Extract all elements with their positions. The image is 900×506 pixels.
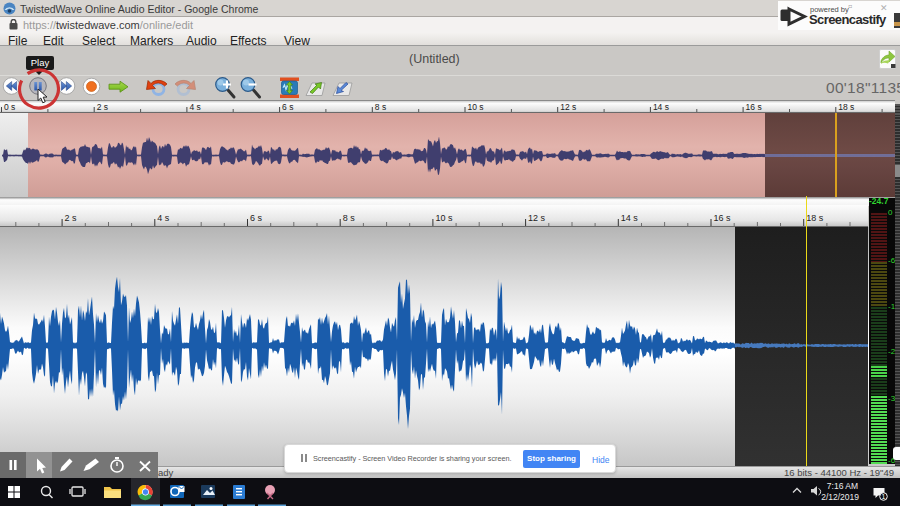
svg-text:6 s: 6 s [282,102,293,112]
svg-text:6 s: 6 s [250,213,263,223]
svg-text:18 s: 18 s [838,102,854,112]
svg-text:8 s: 8 s [343,213,356,223]
svg-text:14 s: 14 s [621,213,639,223]
svg-text:18 s: 18 s [806,213,824,223]
svg-text:4 s: 4 s [189,102,200,112]
svg-text:2 s: 2 s [97,102,108,112]
svg-text:2 s: 2 s [65,213,78,223]
svg-text:10 s: 10 s [435,213,453,223]
svg-text:12 s: 12 s [528,213,546,223]
svg-text:10 s: 10 s [468,102,484,112]
svg-text:16 s: 16 s [714,213,732,223]
svg-text:12 s: 12 s [560,102,576,112]
svg-text:16 s: 16 s [746,102,762,112]
svg-text:2/12/2019: 2/12/2019 [821,492,859,502]
svg-text:4 s: 4 s [157,213,170,223]
svg-text:8 s: 8 s [375,102,386,112]
svg-text:7:16 AM: 7:16 AM [827,481,858,491]
svg-text:14 s: 14 s [653,102,669,112]
svg-text:1: 1 [882,493,886,500]
